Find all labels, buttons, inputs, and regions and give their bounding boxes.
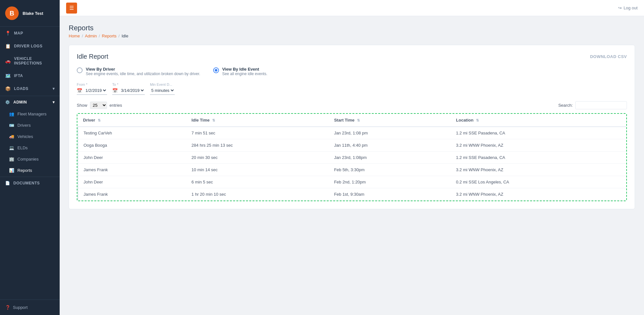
sidebar-item-label: VEHICLE INSPECTIONS bbox=[14, 56, 55, 65]
radio-label-by-idle-event: View By Idle Event bbox=[222, 67, 267, 72]
cell-start-time: Jan 11th, 4:40 pm bbox=[329, 139, 451, 152]
table-header-row: Driver ⇅ Idle Time ⇅ Start Time ⇅ Locati… bbox=[78, 114, 627, 127]
radio-label-group-2: View By Idle Event See all engine idle e… bbox=[222, 67, 267, 76]
breadcrumb-home[interactable]: Home bbox=[69, 34, 80, 38]
cell-start-time: Feb 2nd, 1:20pm bbox=[329, 176, 451, 188]
show-entries: Show 25 10 50 100 entries bbox=[77, 102, 122, 109]
filter-min-event-label: Min Event D... bbox=[150, 83, 175, 86]
cell-driver: James Frank bbox=[78, 164, 186, 176]
sub-item-label: Vehicles bbox=[17, 134, 33, 139]
sidebar-item-documents[interactable]: 📄 DOCUMENTS bbox=[0, 177, 60, 189]
sidebar-item-elds[interactable]: 💻 ELDs bbox=[0, 142, 60, 153]
col-header-location[interactable]: Location ⇅ bbox=[451, 114, 626, 127]
radio-circle-by-driver bbox=[77, 67, 83, 73]
table-row: Testing CarVeh 7 min 51 sec Jan 23rd, 1:… bbox=[78, 127, 627, 139]
idle-report-table: Driver ⇅ Idle Time ⇅ Start Time ⇅ Locati… bbox=[77, 114, 626, 201]
report-card: Idle Report DOWNLOAD CSV View By Driver … bbox=[69, 45, 635, 209]
table-controls: Show 25 10 50 100 entries Search: bbox=[77, 101, 627, 109]
sidebar-item-drivers[interactable]: 🪪 Drivers bbox=[0, 120, 60, 131]
filter-to-select[interactable]: 3/14/2019 bbox=[120, 88, 145, 93]
sidebar-item-companies[interactable]: 🏢 Companies bbox=[0, 153, 60, 165]
sidebar-item-admin[interactable]: ⚙️ ADMIN ▾ bbox=[0, 96, 60, 108]
cell-location: 0.2 mi SSE Los Angeles, CA bbox=[451, 176, 626, 188]
breadcrumb-current: Idle bbox=[122, 34, 128, 38]
table-row: Ooga Booga 284 hrs 25 min 13 sec Jan 11t… bbox=[78, 139, 627, 152]
map-icon: 📍 bbox=[5, 31, 11, 36]
vehicles-icon: 🚚 bbox=[9, 134, 14, 139]
vehicle-inspections-icon: 🚗 bbox=[5, 58, 11, 64]
hamburger-icon: ☰ bbox=[69, 5, 74, 11]
filter-from-wrap[interactable]: 📅 1/2/2019 bbox=[77, 88, 107, 95]
sub-item-label: Reports bbox=[17, 168, 32, 173]
filter-from-select[interactable]: 1/2/2019 bbox=[84, 88, 107, 93]
col-header-start-time[interactable]: Start Time ⇅ bbox=[329, 114, 451, 127]
col-header-driver[interactable]: Driver ⇅ bbox=[78, 114, 186, 127]
cell-driver: John Deer bbox=[78, 152, 186, 164]
radio-by-idle-event[interactable]: View By Idle Event See all engine idle e… bbox=[213, 67, 267, 76]
sort-icon-driver: ⇅ bbox=[98, 118, 101, 122]
sidebar-item-label: LOADS bbox=[14, 86, 29, 91]
filter-min-event-select[interactable]: 5 minutes bbox=[150, 88, 175, 93]
sidebar-item-map[interactable]: 📍 MAP bbox=[0, 27, 60, 40]
sub-item-label: Drivers bbox=[17, 123, 31, 128]
sort-icon-location: ⇅ bbox=[476, 118, 479, 122]
filter-row: From * 📅 1/2/2019 To * 📅 3/14/2019 bbox=[77, 83, 627, 95]
sidebar-support[interactable]: ❓ Support bbox=[0, 300, 60, 315]
companies-icon: 🏢 bbox=[9, 157, 14, 162]
radio-by-driver[interactable]: View By Driver See engine events, idle t… bbox=[77, 67, 200, 76]
avatar: B bbox=[5, 6, 19, 20]
sidebar-header: B Blake Test bbox=[0, 0, 60, 27]
download-csv-button[interactable]: DOWNLOAD CSV bbox=[590, 54, 627, 59]
card-header: Idle Report DOWNLOAD CSV bbox=[77, 53, 627, 60]
sidebar-item-vehicle-inspections[interactable]: 🚗 VEHICLE INSPECTIONS bbox=[0, 53, 60, 69]
breadcrumb-admin[interactable]: Admin bbox=[85, 34, 97, 38]
entries-label: entries bbox=[110, 103, 122, 108]
hamburger-button[interactable]: ☰ bbox=[66, 3, 77, 14]
cell-location: 3.2 mi WNW Phoenix, AZ bbox=[451, 139, 626, 152]
breadcrumb-sep-1: / bbox=[82, 34, 83, 38]
logout-button[interactable]: ↪ Log out bbox=[618, 5, 638, 10]
admin-chevron-icon: ▾ bbox=[53, 100, 55, 104]
cell-location: 1.2 mi SSE Pasadena, CA bbox=[451, 127, 626, 139]
cell-idle-time: 7 min 51 sec bbox=[186, 127, 329, 139]
entries-select[interactable]: 25 10 50 100 bbox=[90, 102, 107, 109]
sidebar-item-ifta[interactable]: 🗺️ IFTA bbox=[0, 69, 60, 82]
table-row: James Frank 1 hr 20 min 10 sec Feb 1st, … bbox=[78, 188, 627, 201]
cell-start-time: Jan 23rd, 1:08pm bbox=[329, 152, 451, 164]
filter-to-wrap[interactable]: 📅 3/14/2019 bbox=[112, 88, 145, 95]
cell-idle-time: 20 min 30 sec bbox=[186, 152, 329, 164]
radio-label-by-driver: View By Driver bbox=[86, 67, 200, 72]
radio-desc-by-driver: See engine events, idle time, and utiliz… bbox=[86, 72, 200, 76]
breadcrumb: Home / Admin / Reports / Idle bbox=[69, 34, 635, 38]
breadcrumb-reports[interactable]: Reports bbox=[102, 34, 117, 38]
cell-idle-time: 284 hrs 25 min 13 sec bbox=[186, 139, 329, 152]
filter-min-event-wrap[interactable]: 5 minutes bbox=[150, 88, 175, 95]
cell-start-time: Feb 5th, 3:30pm bbox=[329, 164, 451, 176]
loads-icon: 📦 bbox=[5, 86, 11, 91]
cell-location: 3.2 mi WNW Phoenix, AZ bbox=[451, 188, 626, 201]
logout-label: Log out bbox=[624, 5, 638, 10]
search-input[interactable] bbox=[575, 101, 627, 109]
sidebar-item-driver-logs[interactable]: 📋 DRIVER LOGS bbox=[0, 40, 60, 53]
cell-location: 1.2 mi SSE Pasadena, CA bbox=[451, 152, 626, 164]
logout-icon: ↪ bbox=[618, 5, 622, 10]
table-row: James Frank 10 min 14 sec Feb 5th, 3:30p… bbox=[78, 164, 627, 176]
filter-from: From * 📅 1/2/2019 bbox=[77, 83, 107, 95]
sidebar-item-label: DRIVER LOGS bbox=[14, 44, 43, 48]
sidebar-item-loads[interactable]: 📦 LOADS ▾ bbox=[0, 82, 60, 95]
sidebar-item-fleet-managers[interactable]: 👥 Fleet Managers bbox=[0, 108, 60, 120]
col-header-idle-time[interactable]: Idle Time ⇅ bbox=[186, 114, 329, 127]
sidebar-item-reports[interactable]: 📊 Reports bbox=[0, 165, 60, 176]
documents-section: 📄 DOCUMENTS bbox=[0, 177, 60, 189]
sidebar-item-label: DOCUMENTS bbox=[14, 181, 40, 185]
sub-item-label: Fleet Managers bbox=[17, 112, 46, 116]
table-wrapper: Driver ⇅ Idle Time ⇅ Start Time ⇅ Locati… bbox=[77, 113, 627, 201]
search-wrap: Search: bbox=[558, 101, 627, 109]
table-row: John Deer 6 min 5 sec Feb 2nd, 1:20pm 0.… bbox=[78, 176, 627, 188]
loads-chevron-icon: ▾ bbox=[53, 86, 55, 91]
sidebar-item-vehicles[interactable]: 🚚 Vehicles bbox=[0, 131, 60, 142]
search-label: Search: bbox=[558, 103, 573, 108]
reports-icon: 📊 bbox=[9, 168, 14, 173]
sort-icon-start-time: ⇅ bbox=[357, 118, 360, 122]
cell-driver: John Deer bbox=[78, 176, 186, 188]
